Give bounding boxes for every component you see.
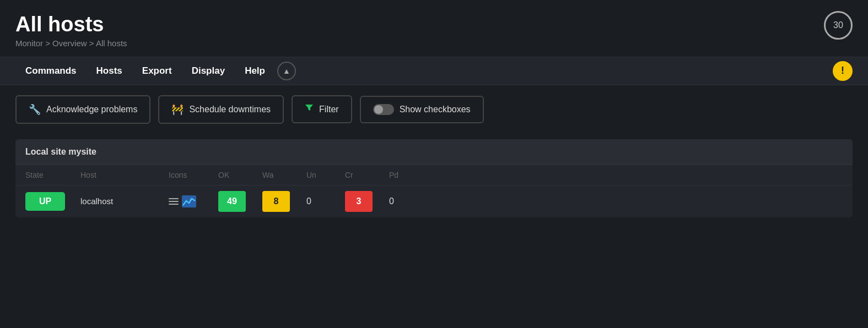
nav-bar: Commands Hosts Export Display Help ▲ ! — [0, 57, 868, 85]
nav-display[interactable]: Display — [182, 58, 235, 84]
ok-count-cell[interactable]: 49 — [218, 191, 262, 212]
col-cr: Cr — [345, 171, 389, 179]
breadcrumb: Monitor > Overview > All hosts — [15, 39, 853, 48]
hamburger-icon[interactable] — [169, 198, 179, 205]
collapse-nav-button[interactable]: ▲ — [277, 62, 296, 80]
cr-count-cell[interactable]: 3 — [345, 191, 389, 212]
site-header: Local site mysite — [15, 139, 853, 165]
filter-button[interactable]: Filter — [292, 95, 352, 123]
show-checkboxes-button[interactable]: Show checkboxes — [360, 96, 484, 123]
page-title: All hosts — [15, 13, 853, 36]
chart-icon[interactable] — [182, 195, 196, 207]
state-cell: UP — [25, 192, 80, 211]
schedule-downtimes-button[interactable]: 🚧 Schedule downtimes — [158, 95, 284, 124]
un-count: 0 — [306, 196, 311, 206]
cr-count: 3 — [345, 191, 373, 212]
col-state: State — [25, 171, 80, 179]
un-count-cell: 0 — [306, 196, 345, 206]
refresh-timer[interactable]: 30 — [824, 11, 853, 40]
toggle-track — [373, 104, 394, 115]
wa-count-cell[interactable]: 8 — [262, 191, 306, 212]
content-area: Local site mysite State Host Icons OK Wa… — [0, 134, 868, 228]
filter-icon — [305, 103, 314, 115]
alert-badge[interactable]: ! — [833, 61, 853, 81]
acknowledge-problems-button[interactable]: 🔧 Acknowledge problems — [15, 95, 150, 124]
ok-count: 49 — [218, 191, 246, 212]
cone-icon: 🚧 — [171, 103, 184, 116]
table-row: UP localhost 49 — [15, 185, 853, 217]
toggle-thumb — [374, 105, 383, 114]
icons-cell — [169, 195, 218, 207]
page-header: All hosts Monitor > Overview > All hosts… — [0, 0, 868, 57]
nav-commands[interactable]: Commands — [15, 58, 87, 84]
nav-help[interactable]: Help — [235, 58, 275, 84]
col-wa: Wa — [262, 171, 306, 179]
col-pd: Pd — [389, 171, 428, 179]
nav-export[interactable]: Export — [132, 58, 182, 84]
nav-hosts[interactable]: Hosts — [87, 58, 132, 84]
pd-count-cell: 0 — [389, 196, 428, 206]
col-host: Host — [80, 171, 169, 179]
wrench-icon: 🔧 — [29, 103, 41, 116]
pd-count: 0 — [389, 196, 394, 206]
host-name[interactable]: localhost — [80, 196, 169, 206]
col-ok: OK — [218, 171, 262, 179]
site-section: Local site mysite State Host Icons OK Wa… — [15, 139, 853, 217]
col-un: Un — [306, 171, 345, 179]
wa-count: 8 — [262, 191, 290, 212]
table-header: State Host Icons OK Wa Un Cr Pd — [15, 165, 853, 185]
toolbar: 🔧 Acknowledge problems 🚧 Schedule downti… — [0, 85, 868, 134]
col-icons: Icons — [169, 171, 218, 179]
state-badge-up: UP — [25, 192, 65, 211]
